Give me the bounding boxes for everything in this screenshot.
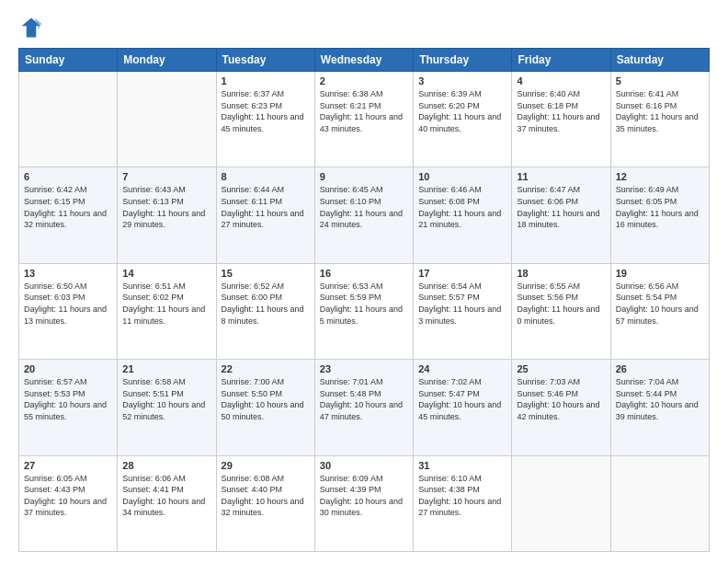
calendar-week-2: 6Sunrise: 6:42 AM Sunset: 6:15 PM Daylig… [19, 167, 710, 263]
day-number: 12 [616, 171, 704, 182]
calendar-week-3: 13Sunrise: 6:50 AM Sunset: 6:03 PM Dayli… [19, 263, 710, 359]
day-info: Sunrise: 6:55 AM Sunset: 5:56 PM Dayligh… [517, 281, 605, 327]
calendar-cell: 7Sunrise: 6:43 AM Sunset: 6:13 PM Daylig… [118, 167, 216, 263]
calendar-cell: 20Sunrise: 6:57 AM Sunset: 5:53 PM Dayli… [19, 360, 118, 455]
day-info: Sunrise: 7:01 AM Sunset: 5:48 PM Dayligh… [320, 376, 408, 422]
day-number: 3 [418, 75, 506, 86]
day-info: Sunrise: 6:37 AM Sunset: 6:23 PM Dayligh… [222, 88, 310, 134]
calendar-cell: 13Sunrise: 6:50 AM Sunset: 6:03 PM Dayli… [19, 263, 118, 359]
day-info: Sunrise: 6:49 AM Sunset: 6:05 PM Dayligh… [616, 184, 704, 230]
calendar-cell: 9Sunrise: 6:45 AM Sunset: 6:10 PM Daylig… [314, 167, 413, 263]
day-info: Sunrise: 6:43 AM Sunset: 6:13 PM Dayligh… [122, 184, 210, 230]
calendar-cell: 10Sunrise: 6:46 AM Sunset: 6:08 PM Dayli… [414, 167, 512, 263]
day-info: Sunrise: 6:45 AM Sunset: 6:10 PM Dayligh… [320, 184, 408, 230]
day-number: 11 [517, 171, 605, 182]
calendar-header-thursday: Thursday [414, 49, 512, 72]
day-number: 22 [222, 363, 310, 374]
calendar-cell: 17Sunrise: 6:54 AM Sunset: 5:57 PM Dayli… [414, 263, 512, 359]
calendar-cell: 8Sunrise: 6:44 AM Sunset: 6:11 PM Daylig… [216, 167, 314, 263]
day-number: 30 [320, 460, 408, 471]
day-info: Sunrise: 6:50 AM Sunset: 6:03 PM Dayligh… [24, 281, 112, 327]
day-info: Sunrise: 6:41 AM Sunset: 6:16 PM Dayligh… [616, 88, 704, 134]
calendar-cell: 1Sunrise: 6:37 AM Sunset: 6:23 PM Daylig… [216, 72, 314, 167]
day-number: 17 [418, 268, 506, 279]
calendar-cell: 25Sunrise: 7:03 AM Sunset: 5:46 PM Dayli… [512, 360, 610, 455]
calendar-header-friday: Friday [512, 49, 610, 72]
day-info: Sunrise: 7:03 AM Sunset: 5:46 PM Dayligh… [517, 376, 605, 422]
calendar-cell: 28Sunrise: 6:06 AM Sunset: 4:41 PM Dayli… [118, 455, 216, 551]
day-info: Sunrise: 6:05 AM Sunset: 4:43 PM Dayligh… [24, 473, 112, 519]
calendar-cell: 6Sunrise: 6:42 AM Sunset: 6:15 PM Daylig… [19, 167, 118, 263]
calendar-cell [19, 72, 118, 167]
day-number: 21 [122, 363, 210, 374]
day-number: 10 [418, 171, 506, 182]
day-number: 8 [222, 171, 310, 182]
calendar-cell: 5Sunrise: 6:41 AM Sunset: 6:16 PM Daylig… [610, 72, 709, 167]
day-info: Sunrise: 6:44 AM Sunset: 6:11 PM Dayligh… [222, 184, 310, 230]
calendar-week-4: 20Sunrise: 6:57 AM Sunset: 5:53 PM Dayli… [19, 360, 710, 455]
calendar-cell: 11Sunrise: 6:47 AM Sunset: 6:06 PM Dayli… [512, 167, 610, 263]
calendar-cell: 21Sunrise: 6:58 AM Sunset: 5:51 PM Dayli… [118, 360, 216, 455]
header [18, 15, 710, 40]
day-number: 6 [24, 171, 112, 182]
calendar-cell: 23Sunrise: 7:01 AM Sunset: 5:48 PM Dayli… [314, 360, 413, 455]
day-number: 25 [517, 363, 605, 374]
calendar-cell [512, 455, 610, 551]
calendar-table: SundayMondayTuesdayWednesdayThursdayFrid… [18, 48, 710, 552]
calendar-cell: 16Sunrise: 6:53 AM Sunset: 5:59 PM Dayli… [314, 263, 413, 359]
day-info: Sunrise: 6:10 AM Sunset: 4:38 PM Dayligh… [418, 473, 506, 519]
calendar-cell: 26Sunrise: 7:04 AM Sunset: 5:44 PM Dayli… [610, 360, 709, 455]
day-info: Sunrise: 6:57 AM Sunset: 5:53 PM Dayligh… [24, 376, 112, 422]
day-info: Sunrise: 6:46 AM Sunset: 6:08 PM Dayligh… [418, 184, 506, 230]
day-number: 28 [122, 460, 210, 471]
calendar-week-1: 1Sunrise: 6:37 AM Sunset: 6:23 PM Daylig… [19, 72, 710, 167]
calendar-cell: 4Sunrise: 6:40 AM Sunset: 6:18 PM Daylig… [512, 72, 610, 167]
day-info: Sunrise: 6:38 AM Sunset: 6:21 PM Dayligh… [320, 88, 408, 134]
day-number: 7 [122, 171, 210, 182]
day-number: 31 [418, 460, 506, 471]
calendar-cell [118, 72, 216, 167]
day-number: 27 [24, 460, 112, 471]
day-info: Sunrise: 6:51 AM Sunset: 6:02 PM Dayligh… [122, 281, 210, 327]
calendar-header-tuesday: Tuesday [216, 49, 314, 72]
calendar-cell: 31Sunrise: 6:10 AM Sunset: 4:38 PM Dayli… [414, 455, 512, 551]
calendar-header-sunday: Sunday [19, 49, 118, 72]
day-number: 2 [320, 75, 408, 86]
day-number: 5 [616, 75, 704, 86]
day-info: Sunrise: 6:40 AM Sunset: 6:18 PM Dayligh… [517, 88, 605, 134]
logo [18, 15, 48, 40]
day-info: Sunrise: 6:56 AM Sunset: 5:54 PM Dayligh… [616, 281, 704, 327]
day-info: Sunrise: 6:53 AM Sunset: 5:59 PM Dayligh… [320, 281, 408, 327]
calendar-cell: 22Sunrise: 7:00 AM Sunset: 5:50 PM Dayli… [216, 360, 314, 455]
calendar-cell: 30Sunrise: 6:09 AM Sunset: 4:39 PM Dayli… [314, 455, 413, 551]
day-info: Sunrise: 6:39 AM Sunset: 6:20 PM Dayligh… [418, 88, 506, 134]
day-number: 9 [320, 171, 408, 182]
calendar-cell [610, 455, 709, 551]
day-info: Sunrise: 6:06 AM Sunset: 4:41 PM Dayligh… [122, 473, 210, 519]
day-info: Sunrise: 7:04 AM Sunset: 5:44 PM Dayligh… [616, 376, 704, 422]
day-info: Sunrise: 6:09 AM Sunset: 4:39 PM Dayligh… [320, 473, 408, 519]
day-number: 29 [222, 460, 310, 471]
page: SundayMondayTuesdayWednesdayThursdayFrid… [0, 0, 728, 563]
calendar-cell: 24Sunrise: 7:02 AM Sunset: 5:47 PM Dayli… [414, 360, 512, 455]
calendar-header-wednesday: Wednesday [314, 49, 413, 72]
day-info: Sunrise: 6:52 AM Sunset: 6:00 PM Dayligh… [222, 281, 310, 327]
calendar-header-row: SundayMondayTuesdayWednesdayThursdayFrid… [19, 49, 710, 72]
calendar-cell: 3Sunrise: 6:39 AM Sunset: 6:20 PM Daylig… [414, 72, 512, 167]
day-number: 14 [122, 268, 210, 279]
day-info: Sunrise: 6:54 AM Sunset: 5:57 PM Dayligh… [418, 281, 506, 327]
calendar-header-monday: Monday [118, 49, 216, 72]
calendar-cell: 18Sunrise: 6:55 AM Sunset: 5:56 PM Dayli… [512, 263, 610, 359]
day-number: 20 [24, 363, 112, 374]
day-info: Sunrise: 6:47 AM Sunset: 6:06 PM Dayligh… [517, 184, 605, 230]
calendar-week-5: 27Sunrise: 6:05 AM Sunset: 4:43 PM Dayli… [19, 455, 710, 551]
calendar-header-saturday: Saturday [610, 49, 709, 72]
day-number: 1 [222, 75, 310, 86]
day-info: Sunrise: 6:58 AM Sunset: 5:51 PM Dayligh… [122, 376, 210, 422]
day-info: Sunrise: 7:02 AM Sunset: 5:47 PM Dayligh… [418, 376, 506, 422]
day-number: 19 [616, 268, 704, 279]
day-number: 13 [24, 268, 112, 279]
calendar-cell: 19Sunrise: 6:56 AM Sunset: 5:54 PM Dayli… [610, 263, 709, 359]
calendar-body: 1Sunrise: 6:37 AM Sunset: 6:23 PM Daylig… [19, 72, 710, 552]
calendar-cell: 12Sunrise: 6:49 AM Sunset: 6:05 PM Dayli… [610, 167, 709, 263]
